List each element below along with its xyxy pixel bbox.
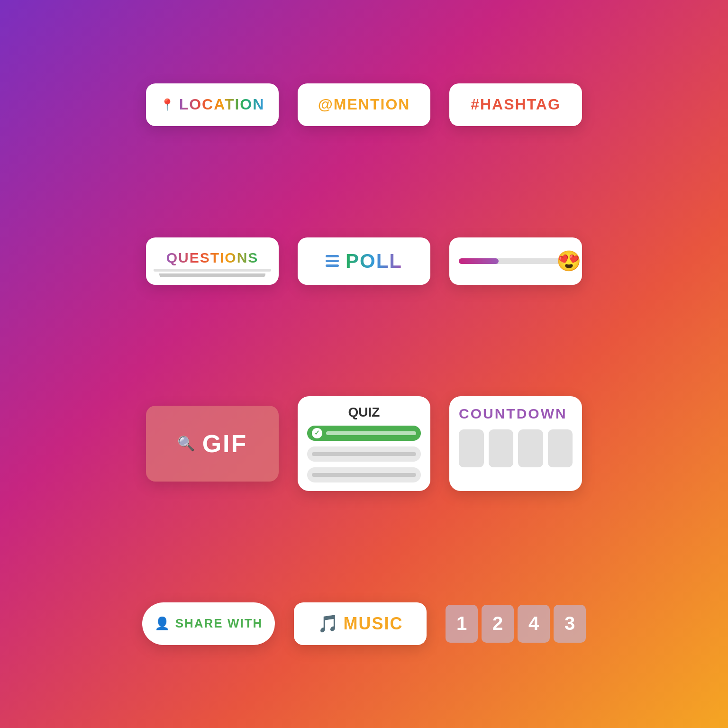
digit-tile-3: 4 [518, 605, 550, 643]
location-label: LOCATION [179, 96, 265, 113]
countdown-box-1 [459, 429, 484, 467]
countdown-box-3 [518, 429, 543, 467]
poll-line-1 [326, 255, 339, 257]
digit-tile-4: 3 [554, 605, 586, 643]
music-label: MUSIC [344, 614, 403, 634]
person-icon: 👤 [155, 616, 170, 631]
quiz-option-2-line [312, 452, 416, 456]
mention-label: @MENTION [318, 96, 410, 113]
slider-fill [459, 258, 499, 264]
countdown-box-4 [548, 429, 573, 467]
quiz-sticker[interactable]: QUIZ ✓ [298, 396, 430, 491]
quiz-option-3 [307, 467, 421, 482]
music-sticker[interactable]: 🎵 MUSIC [294, 602, 427, 645]
row-1: 📍 LOCATION @MENTION #HASHTAG [103, 83, 625, 126]
heart-eyes-emoji-icon: 😍 [556, 251, 581, 271]
quiz-option-3-line [312, 473, 416, 477]
share-with-sticker[interactable]: 👤 SHARE WITH [142, 602, 275, 645]
hashtag-label: #HASHTAG [471, 96, 561, 113]
gif-label: GIF [202, 429, 248, 458]
music-note-icon: 🎵 [318, 614, 339, 634]
main-canvas: 📍 LOCATION @MENTION #HASHTAG QUESTIONS P… [103, 32, 625, 696]
quiz-check-icon: ✓ [312, 428, 322, 438]
countdown-digit-tiles: 1 2 4 3 [446, 605, 586, 643]
countdown-box-2 [489, 429, 514, 467]
row-3: 🔍 GIF QUIZ ✓ COUNTDOWN [103, 396, 625, 491]
digit-tile-2: 2 [482, 605, 514, 643]
poll-label: POLL [346, 250, 402, 273]
emoji-slider-sticker[interactable]: 😍 [449, 237, 582, 285]
location-sticker[interactable]: 📍 LOCATION [146, 83, 279, 126]
quiz-title: QUIZ [307, 405, 421, 420]
poll-lines-icon [326, 255, 339, 267]
digit-tile-1: 1 [446, 605, 478, 643]
poll-line-2 [326, 260, 339, 262]
quiz-option-2 [307, 446, 421, 462]
mention-sticker[interactable]: @MENTION [298, 83, 430, 126]
gif-sticker[interactable]: 🔍 GIF [146, 406, 279, 482]
search-icon: 🔍 [177, 435, 195, 452]
countdown-sticker[interactable]: COUNTDOWN [449, 396, 582, 491]
questions-sticker[interactable]: QUESTIONS [146, 237, 279, 285]
countdown-boxes [459, 429, 573, 467]
poll-sticker[interactable]: POLL [298, 237, 430, 285]
questions-label: QUESTIONS [166, 250, 259, 266]
quiz-correct-line [326, 431, 416, 435]
questions-shadow [159, 273, 265, 277]
hashtag-sticker[interactable]: #HASHTAG [449, 83, 582, 126]
countdown-label: COUNTDOWN [459, 406, 567, 422]
row-4: 👤 SHARE WITH 🎵 MUSIC 1 2 4 3 [103, 602, 625, 645]
quiz-option-correct: ✓ [307, 426, 421, 441]
share-label: SHARE WITH [175, 616, 263, 631]
slider-track [459, 258, 573, 264]
questions-underline [154, 269, 271, 272]
location-pin-icon: 📍 [160, 98, 174, 111]
row-2: QUESTIONS POLL 😍 [103, 237, 625, 285]
poll-line-3 [326, 264, 339, 267]
